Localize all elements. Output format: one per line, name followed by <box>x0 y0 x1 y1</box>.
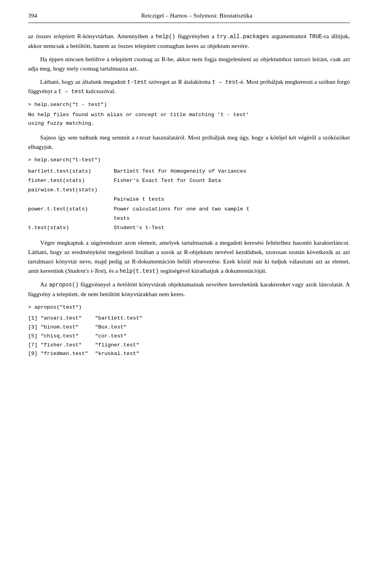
paragraph-3: Látható, hogy az általunk megadott t-tes… <box>28 77 350 96</box>
desc-pairwise-empty <box>106 185 350 195</box>
apropos-col2-5: "kruskal.test" <box>95 350 150 358</box>
paragraph-1: az összes telepített R-könyvtárban. Amen… <box>28 32 350 51</box>
search-result-pairwise: pairwise.t.test(stats) <box>28 185 350 195</box>
paragraph-apropos: Az apropos() függvénnyel a betöltött kön… <box>28 280 350 299</box>
apropos-row-4: [7] "fisher.test" "fligner.test" <box>28 341 149 350</box>
apropos-col1-2: [3] "binom.test" <box>28 323 95 332</box>
paragraph-sajnos: Sajnos így sem tudtunk meg semmit a t-te… <box>28 133 350 152</box>
desc-fisher: Fisher's Exact Test for Count Data <box>106 176 350 185</box>
func-pairwise: pairwise.t.test(stats) <box>28 185 106 195</box>
search-result-bartlett: bartlett.test(stats) Bartlett Test for H… <box>28 167 350 176</box>
page-container: 394 Reiczigel – Harnos – Solymosi: Biost… <box>0 0 374 376</box>
apropos-col1-5: [9] "friedman.test" <box>28 350 95 358</box>
code-help: help() <box>156 34 175 40</box>
desc-ttest: Student's t-Test <box>106 223 350 233</box>
desc-pairwise: Pairwise t tests <box>106 195 350 204</box>
apropos-row-5: [9] "friedman.test" "kruskal.test" <box>28 350 149 358</box>
apropos-row-1: [1] "ansari.test" "bartlett.test" <box>28 314 149 323</box>
code-true: TRUE <box>309 34 322 40</box>
code-t-test-kw: t – test <box>58 88 84 95</box>
search-result-fisher: fisher.test(stats) Fisher's Exact Test f… <box>28 176 350 185</box>
desc-bartlett: Bartlett Test for Homogeneity of Varianc… <box>106 167 350 176</box>
code-t: t – test <box>212 79 238 85</box>
search-results-table: bartlett.test(stats) Bartlett Test for H… <box>28 167 350 233</box>
search-result-power-cont: tests <box>28 214 350 223</box>
code-ttest-orig: t-test <box>127 79 147 85</box>
code-apropos: apropos() <box>49 282 79 288</box>
desc-power: Power calculations for one and two sampl… <box>106 205 350 214</box>
page-header: 394 Reiczigel – Harnos – Solymosi: Biost… <box>28 11 350 23</box>
apropos-results-table: [1] "ansari.test" "bartlett.test" [3] "b… <box>28 314 149 359</box>
apropos-col2-4: "fligner.test" <box>95 341 150 350</box>
apropos-col1-1: [1] "ansari.test" <box>28 314 95 323</box>
code-prompt-1: > help.search("t - test") <box>28 101 350 109</box>
search-result-pairwise-desc: Pairwise t tests <box>28 195 350 204</box>
func-fisher: fisher.test(stats) <box>28 176 106 185</box>
func-empty-2 <box>28 214 106 223</box>
paragraph-2: Ha éppen nincsen betöltve a telepített c… <box>28 55 350 73</box>
func-power: power.t.test(stats) <box>28 205 106 214</box>
code-prompt-3: > apropos("test") <box>28 304 350 312</box>
page-number: 394 <box>28 11 44 20</box>
desc-power-cont: tests <box>106 214 350 223</box>
apropos-col2-2: "Box.test" <box>95 323 150 332</box>
paragraph-vegre: Végre megkaptuk a súgórendszer azon elem… <box>28 238 350 276</box>
code-output-1: No help files found with alias or concep… <box>28 111 350 128</box>
apropos-col1-4: [7] "fisher.test" <box>28 341 95 350</box>
apropos-col1-3: [5] "chisq.test" <box>28 332 95 341</box>
func-empty-1 <box>28 195 106 204</box>
code-try-all: try.all.packages <box>217 34 269 40</box>
code-help-ttest: help(t.test) <box>120 268 159 274</box>
page-title: Reiczigel – Harnos – Solymosi: Biostatis… <box>44 11 350 20</box>
apropos-col2-1: "bartlett.test" <box>95 314 150 323</box>
func-bartlett: bartlett.test(stats) <box>28 167 106 176</box>
search-result-power: power.t.test(stats) Power calculations f… <box>28 205 350 214</box>
apropos-col2-3: "cor.test" <box>95 332 150 341</box>
func-ttest: t.test(stats) <box>28 223 106 233</box>
search-result-ttest: t.test(stats) Student's t-Test <box>28 223 350 233</box>
apropos-row-3: [5] "chisq.test" "cor.test" <box>28 332 149 341</box>
apropos-row-2: [3] "binom.test" "Box.test" <box>28 323 149 332</box>
code-prompt-2: > help.search("t-test") <box>28 156 350 164</box>
